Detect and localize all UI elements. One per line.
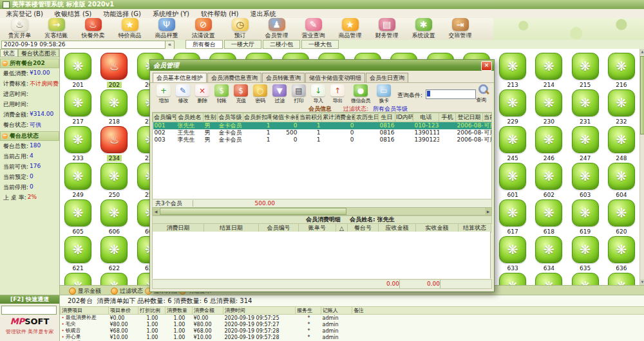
menu-item[interactable]: 系统维护 (Y) xyxy=(147,10,195,18)
dialog-toolbar-button[interactable]: ↓导入 xyxy=(308,84,328,104)
collapse-minus-icon[interactable]: − xyxy=(2,133,8,139)
table-619[interactable]: ❋619 xyxy=(567,199,603,236)
table-603[interactable]: ❋603 xyxy=(567,163,603,199)
table-634[interactable]: ❋634 xyxy=(531,236,567,273)
menu-item[interactable]: 软件帮助 (H) xyxy=(195,10,245,18)
collapse-button[interactable]: « xyxy=(165,41,175,50)
table-620[interactable]: ❋620 xyxy=(603,199,639,236)
menu-item[interactable]: 收银结算 (S) xyxy=(49,10,97,18)
table-217[interactable]: ❋217 xyxy=(60,89,96,126)
table-215[interactable]: ❋215 xyxy=(567,53,603,89)
table-246[interactable]: ❋246 xyxy=(531,126,567,163)
toolbar-button[interactable]: ♟会员管理 xyxy=(258,18,295,40)
table-622[interactable]: ❋622 xyxy=(96,236,132,273)
toolbar-button[interactable]: ♨快餐外卖 xyxy=(75,18,111,40)
scroll-down-icon[interactable]: ▼ xyxy=(640,279,644,285)
table-218[interactable]: ❋218 xyxy=(96,89,132,126)
dialog-tab[interactable]: 会员生日查询 xyxy=(366,73,408,83)
dialog-toolbar-button[interactable]: ●微信会员 xyxy=(347,84,374,104)
view-tab[interactable]: 所有餐台 xyxy=(185,40,223,49)
scroll-up-icon[interactable]: ▲ xyxy=(640,49,644,55)
dialog-toolbar-button[interactable]: ▼过滤 xyxy=(270,84,289,104)
table-635[interactable]: ❋635 xyxy=(567,236,603,273)
quick-channel-input[interactable] xyxy=(1,306,57,315)
search-button-label[interactable]: 查询 xyxy=(476,97,486,104)
table-201[interactable]: ❋201 xyxy=(60,53,96,89)
table-216[interactable]: ❋216 xyxy=(603,53,639,89)
consumption-row[interactable]: •毛尖¥80.001.001.00¥80.002020-09-19 09:57:… xyxy=(61,321,644,327)
close-icon[interactable]: × xyxy=(481,61,492,71)
dialog-toolbar-button[interactable]: ▤打印 xyxy=(289,84,308,104)
table-250[interactable]: ❋250 xyxy=(96,163,132,199)
table-248[interactable]: ❋248 xyxy=(603,126,639,163)
table-234[interactable]: ♨234 xyxy=(96,126,132,163)
scroll-right-icon[interactable]: ▶ xyxy=(485,208,491,215)
member-row[interactable]: 003李先生男金卡会员1010081613901234562006-08-16可… xyxy=(153,136,493,143)
member-row[interactable]: 002王先生男金卡会员150010081613901111112006-08-1… xyxy=(153,129,493,136)
dialog-toolbar-button[interactable]: $充值 xyxy=(231,84,251,104)
member-row[interactable]: 001张先生男金卡会员10100816010-1234562006-08-16可… xyxy=(153,122,493,130)
view-tab[interactable]: 一楼大包 xyxy=(301,40,339,49)
dialog-toolbar-button[interactable]: ▭换卡 xyxy=(374,84,393,104)
dialog-tab[interactable]: 会员基本信息维护 xyxy=(153,73,207,83)
table-617[interactable]: ❋617 xyxy=(495,199,531,236)
hscrollbar-thumb[interactable] xyxy=(160,208,346,215)
toolbar-button[interactable]: ♨贵宾开单 xyxy=(1,18,38,40)
table-247[interactable]: ❋247 xyxy=(567,126,603,163)
table-618[interactable]: ❋618 xyxy=(531,199,567,236)
view-tab[interactable]: 一楼大厅 xyxy=(224,40,261,49)
dialog-toolbar-button[interactable]: ○密码 xyxy=(251,84,270,104)
grid-scrollbar[interactable]: ▲ ▼ xyxy=(639,49,644,285)
dialog-toolbar-button[interactable]: ↑导出 xyxy=(328,84,347,104)
toolbar-button[interactable]: →宾客结账 xyxy=(38,18,75,40)
sidebar-tab[interactable]: 餐台状态图示 xyxy=(18,49,59,57)
collapse-minus-icon[interactable]: − xyxy=(2,60,8,66)
dialog-tab[interactable]: 储值卡储值变动明细 xyxy=(305,73,365,83)
toolbar-button[interactable]: ⇥交班管理 xyxy=(442,18,478,40)
toolbar-button[interactable]: ▤财务管理 xyxy=(368,18,405,40)
toolbar-button[interactable]: Ψ商品秤重 xyxy=(148,18,185,40)
table-606[interactable]: ❋606 xyxy=(96,199,132,236)
table-249[interactable]: ❋249 xyxy=(60,163,96,199)
toolbar-button[interactable]: ✎营业查询 xyxy=(295,18,332,40)
table-230[interactable]: ❋230 xyxy=(531,89,567,126)
table-245[interactable]: ❋245 xyxy=(495,126,531,163)
toolbar-button[interactable]: ★特价商品 xyxy=(111,18,148,40)
table-602[interactable]: ❋602 xyxy=(531,163,567,199)
table-214[interactable]: ❋214 xyxy=(531,53,567,89)
consumption-row[interactable]: •最低消费补差¥0.001.001.00¥0.002020-09-19 09:5… xyxy=(61,315,644,322)
table-229[interactable]: ❋229 xyxy=(495,89,531,126)
sidebar-tab[interactable]: 状态 xyxy=(0,49,18,57)
table-605[interactable]: ❋605 xyxy=(60,199,96,236)
table-633[interactable]: ❋633 xyxy=(495,236,531,273)
menu-item[interactable]: 功能选择 (G) xyxy=(97,10,147,18)
toolbar-button[interactable]: ✱系统设置 xyxy=(405,18,442,40)
consumption-row[interactable]: •开心果¥10.001.001.00¥10.002020-09-19 09:57… xyxy=(61,334,644,340)
table-601[interactable]: ❋601 xyxy=(495,163,531,199)
menu-item[interactable]: 来宾登记 (B) xyxy=(0,10,49,18)
consumption-row[interactable]: •铁观音¥68.001.001.00¥68.002020-09-19 09:57… xyxy=(61,327,644,334)
member-table-hscrollbar[interactable]: ◀ ▶ xyxy=(152,207,492,216)
dialog-toolbar-button[interactable]: $转账 xyxy=(212,84,231,104)
dialog-tab[interactable]: 会员消费信息查询 xyxy=(207,73,261,83)
scrollbar-thumb[interactable] xyxy=(640,56,644,134)
table-636[interactable]: ❋636 xyxy=(603,236,639,273)
table-213[interactable]: ❋213 xyxy=(495,53,531,89)
table-232[interactable]: ❋232 xyxy=(603,89,639,126)
toolbar-button[interactable]: ◷预订 xyxy=(222,18,258,40)
dialog-tab[interactable]: 会员转账查询 xyxy=(262,73,305,83)
scroll-left-icon[interactable]: ◀ xyxy=(153,208,159,215)
toolbar-button[interactable]: ⊘沽清设置 xyxy=(185,18,222,40)
table-621[interactable]: ❋621 xyxy=(60,236,96,273)
table-231[interactable]: ❋231 xyxy=(567,89,603,126)
menu-item[interactable]: 退出系统 xyxy=(245,10,282,18)
table-233[interactable]: ❋233 xyxy=(60,126,96,163)
toolbar-button[interactable]: ★商品管理 xyxy=(332,18,368,40)
dialog-toolbar-button[interactable]: ✎修改 xyxy=(173,84,193,104)
dialog-toolbar-button[interactable]: +增加 xyxy=(154,84,173,104)
dialog-toolbar-button[interactable]: ×删除 xyxy=(193,84,212,104)
table-202[interactable]: ♨202 xyxy=(96,53,132,89)
search-input[interactable] xyxy=(426,89,476,99)
view-tab[interactable]: 二楼小包 xyxy=(263,40,300,49)
search-icon[interactable] xyxy=(477,84,489,95)
